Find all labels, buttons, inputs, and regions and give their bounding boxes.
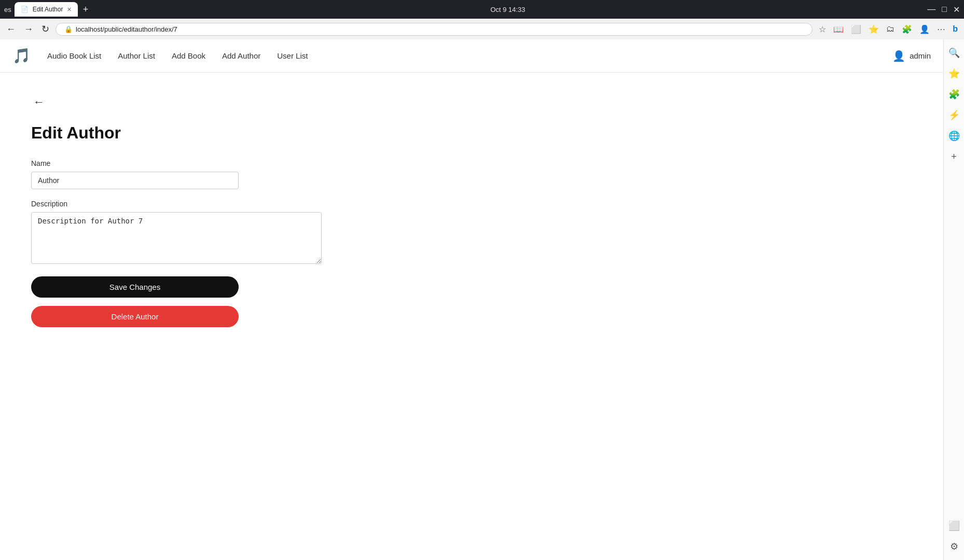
more-options-button[interactable]: ⋯	[935, 22, 947, 36]
favorites-bar-button[interactable]: ⭐	[866, 22, 881, 36]
description-textarea[interactable]	[31, 212, 322, 264]
refresh-button[interactable]: ↻	[39, 21, 51, 37]
page-title: Edit Author	[31, 123, 384, 143]
app-navbar: 🎵 Audio Book List Author List Add Book A…	[0, 39, 943, 73]
extensions-button[interactable]: 🧩	[900, 22, 914, 36]
nav-links: Audio Book List Author List Add Book Add…	[47, 51, 892, 60]
back-button[interactable]: ←	[31, 93, 47, 111]
delete-author-button[interactable]: Delete Author	[31, 306, 239, 327]
browser-name: es	[4, 6, 11, 13]
main-content: ← Edit Author Name Description Save Chan…	[0, 73, 415, 348]
sidebar-search-button[interactable]: 🔍	[945, 44, 963, 62]
browser-tab[interactable]: 📄 Edit Author ×	[15, 2, 78, 17]
add-book-link[interactable]: Add Book	[172, 51, 205, 60]
close-button[interactable]: ✕	[953, 5, 960, 15]
name-input[interactable]	[31, 172, 239, 189]
profile-button[interactable]: 👤	[917, 22, 932, 36]
reading-mode-button[interactable]: 📖	[831, 22, 846, 36]
page-content: 🎵 Audio Book List Author List Add Book A…	[0, 39, 943, 348]
browser-chrome: es 📄 Edit Author × + Oct 9 14:33 — □ ✕ ←…	[0, 0, 964, 39]
bing-button[interactable]: b	[951, 22, 960, 36]
sidebar-globe-button[interactable]: 🌐	[945, 127, 963, 145]
sidebar-favorites-button[interactable]: ⭐	[945, 64, 963, 83]
description-form-group: Description	[31, 200, 384, 266]
new-tab-button[interactable]: +	[83, 4, 89, 15]
author-list-link[interactable]: Author List	[118, 51, 155, 60]
user-icon: 👤	[892, 50, 905, 62]
sidebar-edge-button[interactable]: ⚡	[945, 106, 963, 124]
edge-sidebar: 🔍 ⭐ 🧩 ⚡ 🌐 + ⬜ ⚙	[943, 39, 964, 348]
app-logo: 🎵	[12, 47, 31, 64]
user-list-link[interactable]: User List	[277, 51, 308, 60]
minimize-button[interactable]: —	[927, 5, 935, 15]
audio-book-list-link[interactable]: Audio Book List	[47, 51, 101, 60]
favorites-button[interactable]: ☆	[817, 22, 828, 36]
description-label: Description	[31, 200, 384, 208]
sidebar-add-button[interactable]: +	[945, 147, 963, 166]
tab-favicon: 📄	[21, 6, 29, 13]
name-form-group: Name	[31, 159, 384, 189]
toolbar-actions: ☆ 📖 ⬜ ⭐ 🗂 🧩 👤 ⋯ b	[817, 22, 960, 36]
browser-datetime: Oct 9 14:33	[92, 6, 923, 13]
user-label: admin	[910, 51, 931, 60]
split-view-button[interactable]: ⬜	[849, 22, 863, 36]
browser-titlebar-left: es 📄 Edit Author × +	[4, 2, 88, 17]
sidebar-collections-button[interactable]: 🧩	[945, 85, 963, 104]
browser-titlebar: es 📄 Edit Author × + Oct 9 14:33 — □ ✕	[0, 0, 964, 19]
lock-icon: 🔒	[64, 25, 73, 33]
tab-title: Edit Author	[33, 6, 63, 13]
collections-button[interactable]: 🗂	[884, 22, 897, 36]
browser-window-controls: — □ ✕	[927, 5, 960, 15]
maximize-button[interactable]: □	[942, 5, 947, 15]
address-text: localhost/public/editauthor/index/7	[76, 25, 177, 33]
address-bar[interactable]: 🔒 localhost/public/editauthor/index/7	[56, 23, 812, 36]
back-browser-button[interactable]: ←	[4, 22, 18, 37]
tab-close-button[interactable]: ×	[67, 5, 71, 13]
save-changes-button[interactable]: Save Changes	[31, 276, 239, 298]
browser-toolbar: ← → ↻ 🔒 localhost/public/editauthor/inde…	[0, 19, 964, 39]
forward-browser-button[interactable]: →	[22, 22, 35, 37]
add-author-link[interactable]: Add Author	[222, 51, 260, 60]
user-menu[interactable]: 👤 admin	[892, 50, 931, 62]
name-label: Name	[31, 159, 384, 167]
